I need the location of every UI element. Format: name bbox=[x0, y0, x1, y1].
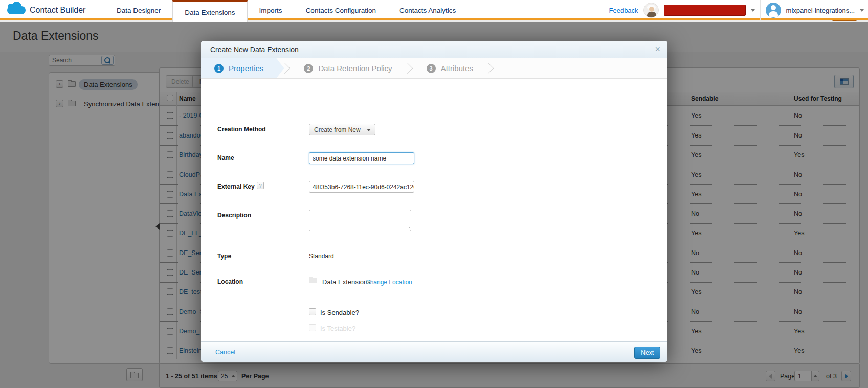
nav-tab[interactable]: Data Designer bbox=[105, 0, 172, 20]
wizard-step[interactable]: 1 Properties bbox=[201, 58, 284, 78]
cancel-link[interactable]: Cancel bbox=[215, 349, 235, 356]
modal-form: Creation Method Create from New Name som… bbox=[201, 79, 667, 341]
description-textarea[interactable] bbox=[309, 210, 411, 231]
wizard-step-row: 2 Data Retention Policy bbox=[291, 58, 413, 78]
nav-tab[interactable]: Data Extensions bbox=[172, 0, 247, 22]
nav-tab[interactable]: Imports bbox=[248, 0, 294, 20]
modal-footer: Cancel Next bbox=[201, 341, 667, 362]
is-sendable-label: Is Sendable? bbox=[320, 309, 359, 316]
help-icon[interactable]: ? bbox=[257, 182, 264, 189]
wizard-step[interactable]: 3 Attributes bbox=[413, 58, 487, 78]
chevron-down-icon bbox=[367, 129, 371, 131]
is-testable-checkbox bbox=[309, 324, 316, 331]
is-sendable-checkbox[interactable] bbox=[309, 308, 316, 315]
nav-tab[interactable]: Contacts Configuration bbox=[294, 0, 388, 20]
creation-method-label: Creation Method bbox=[217, 126, 266, 133]
location-label: Location bbox=[217, 278, 243, 285]
modal-title-bar: Create New Data Extension × bbox=[201, 41, 667, 58]
wizard-step-row: 1 Properties bbox=[201, 58, 291, 78]
feedback-link[interactable]: Feedback bbox=[609, 7, 638, 14]
nav-divider bbox=[760, 0, 761, 20]
app-title: Contact Builder bbox=[30, 6, 85, 15]
name-field[interactable]: some data extension name bbox=[309, 152, 414, 164]
next-button[interactable]: Next bbox=[634, 347, 660, 359]
text-cursor bbox=[387, 155, 387, 162]
modal-title: Create New Data Extension bbox=[210, 45, 299, 54]
wizard-step[interactable]: 2 Data Retention Policy bbox=[291, 58, 406, 78]
resize-handle-icon[interactable] bbox=[406, 225, 410, 230]
account-menu-label[interactable]: mixpanel-integrations... bbox=[786, 7, 855, 14]
type-value: Standard bbox=[309, 253, 334, 260]
nav-right-group: Feedback mixpanel-integrations... bbox=[609, 0, 864, 20]
is-testable-label: Is Testable? bbox=[320, 325, 355, 332]
step-label: Attributes bbox=[441, 64, 473, 73]
chevron-down-icon[interactable] bbox=[751, 9, 755, 12]
top-nav: Contact Builder Data Designer Data Exten… bbox=[0, 0, 868, 20]
description-label: Description bbox=[217, 212, 251, 219]
close-icon[interactable]: × bbox=[655, 44, 660, 55]
create-data-extension-modal: Create New Data Extension × 1 Properties… bbox=[201, 41, 667, 362]
external-key-label: External Key bbox=[217, 183, 255, 190]
creation-method-dropdown[interactable]: Create from New bbox=[309, 124, 375, 135]
external-key-field[interactable]: 48f353b6-7268-11ec-90d6-0242ac1200 bbox=[309, 181, 414, 193]
wizard-steps: 1 Properties 2 Data Retention Policy bbox=[201, 58, 667, 79]
name-label: Name bbox=[217, 154, 234, 162]
app-root: Contact Builder Data Designer Data Exten… bbox=[0, 0, 868, 388]
einstein-avatar-icon bbox=[643, 3, 659, 18]
nav-tabs: Data Designer Data Extensions Imports Co… bbox=[105, 0, 468, 20]
wizard-step-row: 3 Attributes bbox=[413, 58, 494, 78]
step-number-badge: 3 bbox=[427, 64, 436, 73]
location-value: Data Extensions bbox=[322, 278, 371, 286]
folder-icon bbox=[309, 278, 317, 283]
type-label: Type bbox=[217, 253, 231, 260]
step-number-badge: 1 bbox=[214, 64, 224, 73]
step-label: Data Retention Policy bbox=[318, 64, 392, 73]
step-label: Properties bbox=[229, 64, 263, 73]
user-avatar-icon bbox=[766, 3, 781, 18]
chevron-down-icon[interactable] bbox=[860, 9, 864, 12]
nav-tab[interactable]: Contacts Analytics bbox=[388, 0, 468, 20]
step-number-badge: 2 bbox=[304, 64, 313, 73]
change-location-link[interactable]: Change Location bbox=[366, 279, 412, 286]
salesforce-cloud-logo-icon bbox=[7, 6, 26, 14]
redacted-account-selector[interactable] bbox=[664, 5, 746, 16]
